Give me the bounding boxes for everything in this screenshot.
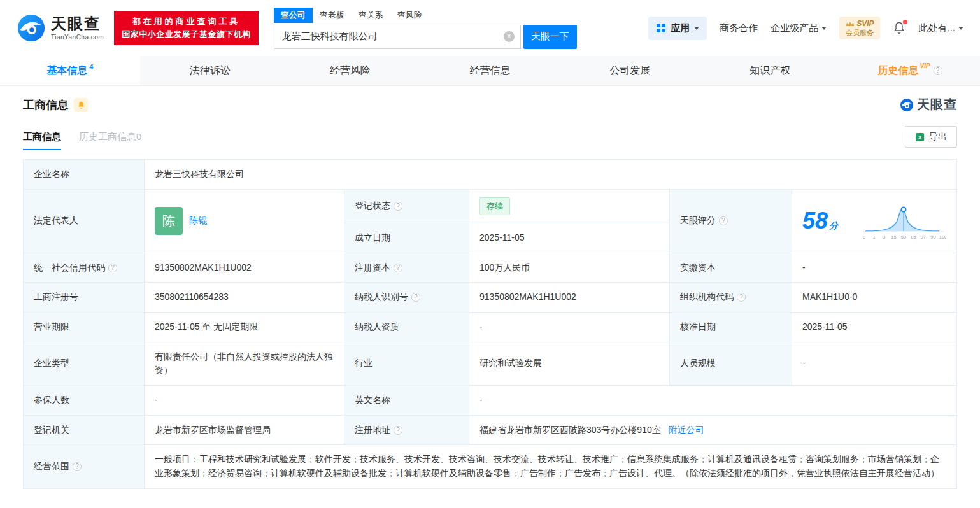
notification-bell[interactable] [893, 21, 905, 35]
logo-domain: TianYanCha.com [51, 34, 104, 41]
establish-date-value: 2025-11-05 [469, 223, 670, 253]
export-button[interactable]: X 导出 [905, 126, 957, 148]
section-tabs: 基本信息 4 法律诉讼 经营风险 经营信息 公司发展 知识产权 历史信息 VIP… [0, 56, 980, 86]
table-row: 营业期限 2025-11-05 至 无固定期限 纳税人资质 - 核准日期 202… [24, 312, 957, 342]
section-title: 工商信息 [23, 97, 69, 113]
search-tab-relation[interactable]: 查关系 [352, 8, 390, 23]
promo-banner: 都在用的商业查询工具 国家中小企业发展子基金旗下机构 [114, 11, 259, 45]
credit-code-value: 91350802MAK1H1U002 [145, 253, 344, 283]
apps-menu[interactable]: 应用 [648, 17, 707, 40]
tab-intellectual-property[interactable]: 知识产权 [700, 56, 840, 85]
approval-date-value: 2025-11-05 [792, 312, 957, 342]
industry-value: 研究和试验发展 [469, 342, 670, 385]
score-distribution-chart: 0 1 3 15 50 85 97 99 100 [860, 201, 946, 241]
search-input[interactable] [274, 25, 520, 48]
table-row: 登记机关 龙岩市新罗区市场监督管理局 注册地址? 福建省龙岩市新罗区西陂路303… [24, 415, 957, 445]
reg-status-label-cell: 登记状态? [344, 189, 469, 223]
search-area: 查公司 查老板 查关系 查风险 × 天眼一下 [274, 8, 577, 49]
tab-label: 法律诉讼 [190, 64, 231, 78]
tab-label: 基本信息 [46, 64, 87, 78]
apps-grid-icon [656, 23, 666, 33]
business-info-table: 企业名称 龙岩三快科技有限公司 法定代表人 陈 陈锟 登记状态? 存续 [23, 159, 957, 489]
search-box: × [274, 25, 521, 49]
approval-date-label: 核准日期 [670, 312, 792, 342]
tianyancha-logo[interactable]: 天眼查 TianYanCha.com [17, 13, 104, 43]
help-icon[interactable]: ? [719, 216, 728, 225]
tab-history-info[interactable]: 历史信息 VIP ? [840, 56, 980, 85]
table-row: 统一社会信用代码? 91350802MAK1H1U002 注册资本? 100万人… [24, 253, 957, 283]
score-cell: 58分 0 1 3 15 50 [792, 189, 957, 253]
reg-authority-label: 登记机关 [24, 415, 145, 445]
svg-text:X: X [918, 134, 922, 141]
tab-company-development[interactable]: 公司发展 [560, 56, 700, 85]
reg-capital-label: 注册资本 [355, 262, 390, 272]
help-icon[interactable]: ? [108, 264, 117, 272]
tab-label: 经营信息 [470, 64, 511, 78]
nav-business-cooperation[interactable]: 商务合作 [720, 22, 758, 34]
notification-dot [903, 20, 907, 24]
help-icon[interactable]: ? [394, 202, 402, 211]
company-name-label: 企业名称 [24, 160, 145, 190]
table-row: 参保人数 - 英文名称 - [24, 385, 957, 415]
table-row: 企业名称 龙岩三快科技有限公司 [24, 160, 957, 190]
paid-capital-value: - [792, 253, 957, 283]
crown-icon [846, 21, 855, 27]
svg-text:85: 85 [911, 234, 916, 240]
org-code-label-cell: 组织机构代码? [670, 283, 792, 313]
score-label-cell: 天眼评分? [670, 189, 792, 253]
business-term-label: 营业期限 [24, 312, 145, 342]
help-icon[interactable]: ? [394, 264, 402, 272]
help-icon[interactable]: ? [73, 462, 82, 471]
reg-capital-label-cell: 注册资本? [344, 253, 469, 283]
legal-rep-avatar[interactable]: 陈 [155, 207, 183, 235]
table-row: 工商注册号 350802110654283 纳税人识别号? 91350802MA… [24, 283, 957, 313]
banner-line2: 国家中小企业发展子基金旗下机构 [122, 28, 251, 41]
subtab-history-registration[interactable]: 历史工商信息0 [79, 131, 141, 150]
cooperation-label: 商务合作 [720, 22, 758, 34]
chevron-down-icon [694, 27, 699, 30]
table-row: 企业类型 有限责任公司（非自然人投资或控股的法人独资） 行业 研究和试验发展 人… [24, 342, 957, 385]
svg-text:99: 99 [930, 234, 935, 240]
help-icon[interactable]: ? [934, 66, 942, 75]
business-scope-label: 经营范围 [34, 461, 69, 471]
search-tab-risk[interactable]: 查风险 [390, 8, 429, 23]
address-label: 注册地址 [355, 425, 390, 435]
search-button[interactable]: 天眼一下 [523, 25, 577, 49]
nav-enterprise-products[interactable]: 企业级产品 [771, 22, 827, 34]
help-icon[interactable]: ? [737, 293, 746, 302]
insured-num-label: 参保人数 [24, 385, 145, 415]
org-code-label: 组织机构代码 [680, 292, 734, 302]
tab-basic-info[interactable]: 基本信息 4 [0, 56, 140, 85]
reg-status-label: 登记状态 [355, 201, 390, 211]
staff-size-label: 人员规模 [670, 342, 792, 385]
svip-label: SVIP [856, 19, 874, 29]
english-name-label: 英文名称 [344, 385, 469, 415]
tab-business-info[interactable]: 经营信息 [420, 56, 560, 85]
subscribe-bell-icon[interactable] [74, 98, 88, 112]
clear-search-icon[interactable]: × [504, 31, 515, 42]
legal-rep-link[interactable]: 陈锟 [189, 214, 207, 228]
apps-label: 应用 [671, 22, 690, 34]
taxpayer-quality-value: - [469, 312, 670, 342]
tab-label: 知识产权 [749, 64, 790, 78]
tab-operational-risk[interactable]: 经营风险 [280, 56, 420, 85]
subtab-business-registration[interactable]: 工商信息 [23, 131, 61, 150]
svip-member-badge[interactable]: SVIP 会员服务 [839, 17, 880, 40]
more-label: 此处有... [918, 22, 955, 34]
address-label-cell: 注册地址? [344, 415, 469, 445]
nearby-companies-link[interactable]: 附近公司 [669, 425, 704, 435]
business-scope-label-cell: 经营范围? [24, 445, 145, 488]
taxpayer-id-label-cell: 纳税人识别号? [344, 283, 469, 313]
main-content: 工商信息 天眼查 工商信息 历史工商信息0 X 导出 [0, 96, 980, 489]
english-name-value: - [469, 385, 957, 415]
help-icon[interactable]: ? [394, 426, 402, 435]
tab-count-badge: 4 [89, 63, 93, 71]
nav-more[interactable]: 此处有... [918, 22, 963, 34]
search-tab-company[interactable]: 查公司 [274, 8, 313, 23]
company-type-label: 企业类型 [24, 342, 145, 385]
svg-text:50: 50 [901, 234, 906, 240]
search-tab-boss[interactable]: 查老板 [313, 8, 352, 23]
tab-legal-proceedings[interactable]: 法律诉讼 [140, 56, 280, 85]
taxpayer-quality-label: 纳税人资质 [344, 312, 469, 342]
help-icon[interactable]: ? [411, 293, 420, 302]
